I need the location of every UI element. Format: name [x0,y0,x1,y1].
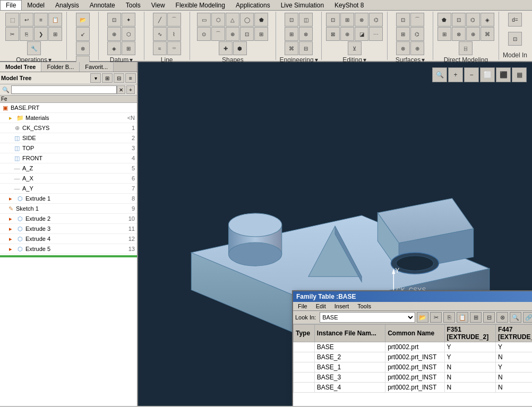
table-row[interactable]: BASE_4 prt0002.prt_INST N N N Y [294,383,533,393]
tree-item-front[interactable]: ◫ FRONT 4 [0,153,137,163]
surf-icon-2[interactable]: ⌒ [410,13,424,27]
edit-icon-8[interactable]: ⋯ [369,27,383,41]
gd-icon-3[interactable]: ⊗ [76,41,90,55]
dm-icon-6[interactable]: ⊗ [452,27,466,41]
shape-icon-3[interactable]: △ [226,13,239,27]
dialog-menu-insert[interactable]: Insert [330,302,354,310]
dm-icon-8[interactable]: ⌘ [480,27,494,41]
op-icon-6[interactable]: ⎘ [20,27,33,41]
tree-item-basepart[interactable]: ▣ BASE.PRT [0,103,137,113]
tree-item-ck-csys[interactable]: ⊕ CK_CSYS 1 [0,123,137,133]
dm-icon-3[interactable]: ⌬ [466,13,480,27]
surf-icon-5[interactable]: ⊗ [396,41,410,55]
op-icon-8[interactable]: ⊞ [48,27,62,41]
shape-icon-9[interactable]: ⊡ [240,27,254,41]
op-icon-7[interactable]: ❯ [34,27,48,41]
dialog-menu-edit[interactable]: Edit [312,302,330,310]
surf-icon-3[interactable]: ⊞ [396,27,410,41]
line-icon-6[interactable]: ⌔ [167,41,181,55]
datum-icon-4[interactable]: ⬡ [122,27,135,41]
table-row[interactable]: BASE prt0002.prt Y Y Y Y [294,342,533,352]
tab-model-tree[interactable]: Model Tree [0,62,41,72]
line-icon-5[interactable]: ≈ [153,41,167,55]
eng-icon-2[interactable]: ◫ [299,13,313,27]
eng-icon-5[interactable]: ⌘ [285,41,298,55]
eng-icon-6[interactable]: ⊟ [299,41,313,55]
op-icon-9[interactable]: 🔧 [27,41,41,55]
view-box1-btn[interactable]: ⬜ [480,67,495,82]
filter-clear-btn[interactable]: ✕ [117,85,125,94]
view-box2-btn[interactable]: ⬛ [496,67,511,82]
dm-icon-7[interactable]: ⊕ [466,27,480,41]
edit-icon-1[interactable]: ⊡ [326,13,340,27]
tb-copy-btn[interactable]: ⎘ [443,312,455,323]
shape-icon-12[interactable]: ⬢ [233,41,247,55]
datum-icon-6[interactable]: ⊞ [122,41,135,55]
edit-icon-5[interactable]: ⊠ [326,27,340,41]
tb-paste-btn[interactable]: 📋 [457,312,468,323]
tree-item-side[interactable]: ◫ SIDE 2 [0,133,137,143]
tb-addrow-btn[interactable]: ⊞ [470,312,482,323]
tb-addcol-btn[interactable]: ⊟ [483,312,495,323]
menu-applications[interactable]: Applications [230,1,276,10]
mi-icon-2[interactable]: ⊡ [508,32,522,46]
op-icon-1[interactable]: ⬚ [5,13,19,27]
tree-item-sketch1[interactable]: ✎ Sketch 1 9 [0,204,137,214]
tree-options-btn[interactable]: ≡ [125,73,136,83]
view-search-btn[interactable]: 🔍 [432,67,447,82]
menu-analysis[interactable]: Analysis [50,1,84,10]
tree-collapse-btn[interactable]: ⊟ [114,73,124,83]
menu-annotate[interactable]: Annotate [84,1,121,10]
eng-icon-1[interactable]: ⊡ [285,13,298,27]
tb-delete-btn[interactable]: ⊗ [496,312,508,323]
datum-icon-1[interactable]: ⊡ [107,13,121,27]
dm-icon-5[interactable]: ⊞ [437,27,451,41]
line-icon-1[interactable]: ╱ [153,13,167,27]
edit-icon-9[interactable]: ⊻ [348,41,362,55]
tree-item-extrude2[interactable]: ▸ ⬡ Extrude 2 10 [0,214,137,224]
shape-icon-10[interactable]: ⊞ [254,27,268,41]
menu-tools[interactable]: Tools [121,1,146,10]
table-row[interactable]: BASE_1 prt0002.prt_INST N Y N N [294,362,533,373]
op-icon-4[interactable]: 📋 [48,13,62,27]
edit-icon-2[interactable]: ⊞ [340,13,354,27]
edit-icon-4[interactable]: ⌬ [369,13,383,27]
dm-icon-2[interactable]: ⊡ [452,13,466,27]
filter-add-btn[interactable]: + [126,85,135,94]
line-icon-4[interactable]: ⌇ [167,27,181,41]
edit-icon-3[interactable]: ⊗ [355,13,368,27]
table-row[interactable]: BASE_3 prt0002.prt_INST N N N N [294,373,533,383]
tree-item-extrude4[interactable]: ▸ ⬡ Extrude 4 12 [0,234,137,244]
tree-settings-btn[interactable]: ▾ [90,73,101,83]
tree-item-extrude1[interactable]: ▸ ⬡ Extrude 1 8 [0,194,137,204]
surf-icon-1[interactable]: ⊡ [396,13,410,27]
dm-icon-1[interactable]: ⬟ [437,13,451,27]
menu-model[interactable]: Model [22,1,50,10]
tb-folder-btn[interactable]: 📂 [417,312,428,323]
shape-icon-11[interactable]: ✚ [219,41,233,55]
tb-scissors-btn[interactable]: ✂ [430,312,442,323]
mi-icon-1[interactable]: d= [508,13,522,27]
menu-live-sim[interactable]: Live Simulation [276,1,329,10]
view-zoom-in-btn[interactable]: + [448,67,463,82]
shape-icon-7[interactable]: ⌒ [211,27,225,41]
surf-icon-4[interactable]: ⌬ [410,27,424,41]
menu-flexible[interactable]: Flexible Modeling [170,1,230,10]
edit-icon-7[interactable]: ◪ [355,27,368,41]
op-icon-3[interactable]: ≡ [34,13,48,27]
shape-icon-5[interactable]: ⬟ [254,13,268,27]
view-zoom-out-btn[interactable]: − [464,67,479,82]
menu-keyshot[interactable]: KeyShot 8 [329,1,369,10]
eng-icon-4[interactable]: ⊗ [299,27,313,41]
menu-file[interactable]: File [0,0,22,10]
filter-input[interactable] [11,85,117,94]
tree-item-ay[interactable]: — A_Y 7 [0,184,137,194]
tb-link-btn[interactable]: 🔗 [523,312,532,323]
lookin-select[interactable]: BASE [320,312,415,323]
datum-icon-3[interactable]: ⊕ [107,27,121,41]
tree-item-az[interactable]: — A_Z 5 [0,163,137,174]
line-icon-2[interactable]: ⌒ [167,13,181,27]
tree-item-extrude3[interactable]: ▸ ⬡ Extrude 3 11 [0,224,137,234]
gd-icon-2[interactable]: ↙ [76,27,90,41]
eng-icon-3[interactable]: ⊞ [285,27,298,41]
